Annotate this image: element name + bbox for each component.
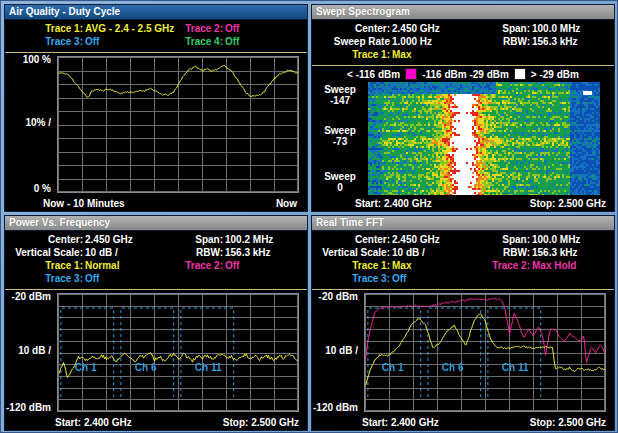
duty-y-axis: 100 % 10% / 0 % [5, 53, 57, 195]
fft-center-label: Center: [312, 233, 390, 246]
panel-power-vs-frequency: Power Vs. Frequency Center: 2.450 GHz Sp… [4, 215, 308, 431]
fft-span-label: Span: [463, 233, 530, 246]
duty-cycle-info: Trace 1: AVG - 2.4 - 2.5 GHz Trace 2: Of… [5, 20, 307, 52]
spec-sweep-rate-label: Sweep Rate [312, 35, 390, 48]
pvf-center-value: 2.450 GHz [85, 233, 133, 246]
duty-trace2-label: Trace 2: [156, 22, 223, 35]
duty-x-axis: Now - 10 Minutes Now [5, 195, 307, 211]
spectrogram-title: Swept Spectrogram [316, 6, 410, 17]
legend-low-label: < -116 dBm [347, 69, 400, 80]
duty-cycle-titlebar[interactable]: Air Quality - Duty Cycle [5, 5, 307, 20]
pvf-span-label: Span: [156, 233, 223, 246]
duty-trace3-label: Trace 3: [5, 35, 83, 48]
fft-trace1-label: Trace 1: [312, 259, 390, 272]
duty-chart-area: 100 % 10% / 0 % [5, 53, 307, 195]
panel-real-time-fft: Real Time FFT Center: 2.450 GHz Span: 10… [311, 215, 615, 431]
sweep-word: Sweep [324, 125, 356, 136]
sweep-word: Sweep [324, 171, 356, 182]
spec-stop-label: Stop: 2.500 GHz [530, 198, 606, 209]
duty-y-top: 100 % [23, 54, 51, 65]
pvf-channel-1-label: Ch 1 [75, 362, 97, 373]
fft-trace1-value: Max [392, 259, 411, 272]
pvf-y-mid: 10 dB / [18, 345, 51, 356]
sweep-label-bottom: Sweep 0 [312, 171, 368, 193]
fft-channel-11-label: Ch 11 [502, 362, 529, 373]
fft-center-value: 2.450 GHz [392, 233, 440, 246]
panel-swept-spectrogram: Swept Spectrogram Center: 2.450 GHz Span… [311, 4, 615, 212]
pvf-trace1-label: Trace 1: [5, 259, 83, 272]
fft-title: Real Time FFT [316, 217, 384, 228]
fft-channel-6-label: Ch 6 [442, 362, 464, 373]
legend-mid-label: -116 dBm -29 dBm [422, 69, 509, 80]
sweep-axis: Sweep -147 Sweep -73 Sweep 0 [312, 82, 368, 195]
spectrogram-canvas [368, 82, 600, 195]
pvf-chart-area: -20 dBm 10 dB / -120 dBm Ch 1 Ch 6 Ch 11 [5, 290, 307, 414]
duty-trace1-label: Trace 1: [5, 22, 83, 35]
duty-y-mid: 10% / [25, 117, 51, 128]
duty-trace3-value: Off [85, 35, 99, 48]
fft-trace2-label: Trace 2: [463, 259, 530, 272]
spectrogram-position-marker[interactable] [583, 91, 592, 95]
pvf-trace3-value: Off [85, 272, 99, 285]
fft-rbw-value: 156.3 kHz [532, 246, 578, 259]
fft-y-bottom: -120 dBm [313, 402, 358, 413]
fft-vscale-label: Vertical Scale: [312, 246, 390, 259]
spectrogram-x-axis: Start: 2.400 GHz Stop: 2.500 GHz [312, 195, 614, 211]
duty-y-bottom: 0 % [34, 183, 51, 194]
legend-mid-swatch [405, 68, 417, 80]
pvf-info: Center: 2.450 GHz Span: 100.2 MHz Vertic… [5, 231, 307, 289]
duty-cycle-canvas [58, 57, 298, 192]
pvf-y-top: -20 dBm [12, 291, 51, 302]
duty-cycle-plot [57, 56, 299, 193]
pvf-start-label: Start: 2.400 GHz [55, 417, 132, 428]
fft-y-mid: 10 dB / [325, 345, 358, 356]
fft-chart-area: -20 dBm 10 dB / -120 dBm Ch 1 Ch 6 Ch 11 [312, 290, 614, 414]
fft-y-top: -20 dBm [319, 291, 358, 302]
spec-rbw-label: RBW: [463, 35, 530, 48]
fft-titlebar[interactable]: Real Time FFT [312, 216, 614, 231]
spec-trace1-value: Max [392, 48, 411, 61]
legend-high-swatch [514, 68, 526, 80]
sweep-top-value: -147 [330, 95, 350, 106]
pvf-channel-11-label: Ch 11 [195, 362, 222, 373]
fft-vscale-value: 10 dB / [392, 246, 425, 259]
duty-x-left: Now - 10 Minutes [43, 198, 125, 209]
pvf-canvas [58, 294, 298, 411]
fft-span-value: 100.0 MHz [532, 233, 580, 246]
pvf-x-axis: Start: 2.400 GHz Stop: 2.500 GHz [5, 414, 307, 430]
duty-cycle-title: Air Quality - Duty Cycle [9, 6, 120, 17]
panel-duty-cycle: Air Quality - Duty Cycle Trace 1: AVG - … [4, 4, 308, 212]
pvf-vscale-value: 10 dB / [85, 246, 118, 259]
legend-high-label: > -29 dBm [531, 69, 579, 80]
pvf-titlebar[interactable]: Power Vs. Frequency [5, 216, 307, 231]
spec-start-label: Start: 2.400 GHz [355, 198, 432, 209]
sweep-label-mid: Sweep -73 [312, 125, 368, 147]
pvf-trace2-value: Off [225, 259, 239, 272]
fft-rbw-label: RBW: [463, 246, 530, 259]
sweep-word: Sweep [324, 84, 356, 95]
duty-trace4-value: Off [225, 35, 239, 48]
pvf-center-label: Center: [5, 233, 83, 246]
duty-trace4-label: Trace 4: [156, 35, 223, 48]
fft-plot: Ch 1 Ch 6 Ch 11 [364, 293, 606, 412]
pvf-plot: Ch 1 Ch 6 Ch 11 [57, 293, 299, 412]
spec-center-value: 2.450 GHz [392, 22, 440, 35]
fft-trace3-label: Trace 3: [312, 272, 390, 285]
pvf-title: Power Vs. Frequency [9, 217, 110, 228]
spec-rbw-value: 156.3 kHz [532, 35, 578, 48]
sweep-label-top: Sweep -147 [312, 84, 368, 106]
spec-center-label: Center: [312, 22, 390, 35]
sweep-mid-value: -73 [333, 136, 347, 147]
analyzer-window: Air Quality - Duty Cycle Trace 1: AVG - … [0, 0, 618, 433]
spectrogram-titlebar[interactable]: Swept Spectrogram [312, 5, 614, 20]
pvf-span-value: 100.2 MHz [225, 233, 273, 246]
spectrogram-waterfall [368, 82, 600, 195]
spec-trace1-label: Trace 1: [312, 48, 390, 61]
pvf-vscale-label: Vertical Scale: [5, 246, 83, 259]
spec-span-value: 100.0 MHz [532, 22, 580, 35]
spectrogram-info: Center: 2.450 GHz Span: 100.0 MHz Sweep … [312, 20, 614, 65]
pvf-trace3-label: Trace 3: [5, 272, 83, 285]
duty-x-right: Now [276, 198, 297, 209]
fft-channel-1-label: Ch 1 [382, 362, 404, 373]
spectrogram-area: Sweep -147 Sweep -73 Sweep 0 [312, 82, 614, 195]
